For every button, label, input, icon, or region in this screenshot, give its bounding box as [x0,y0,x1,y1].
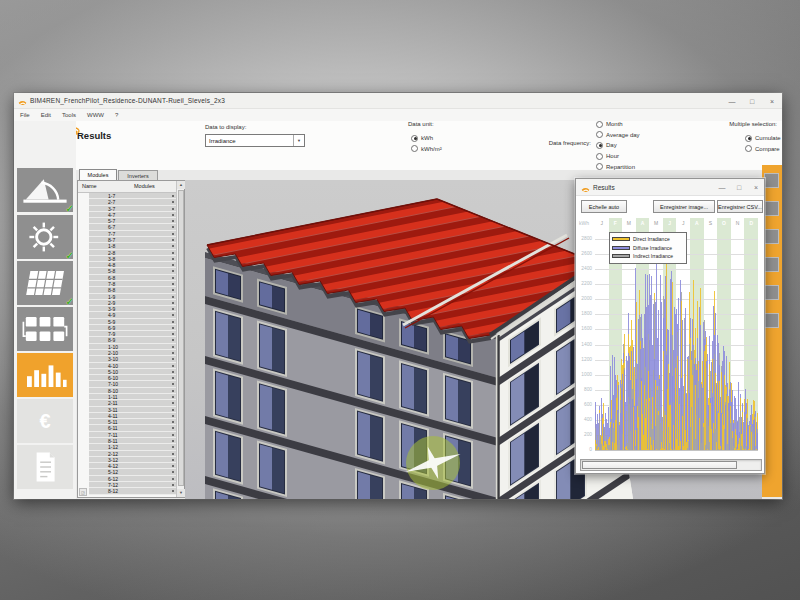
radio-label: Cumulate [755,135,781,141]
row-marker [172,396,174,398]
radio-option-kwh-m[interactable]: kWh/m² [411,144,442,155]
row-marker [172,270,174,272]
vertical-scrollbar[interactable]: ▲ ▼ [176,181,184,497]
radio-icon [745,135,752,142]
maximize-button[interactable]: □ [734,184,744,191]
month-label: J [595,218,609,229]
close-button[interactable]: × [766,98,778,105]
module-name: 5-12 [89,469,177,475]
desktop-background: BIM4REN_FrenchPilot_Residence-DUNANT-Rue… [0,0,800,600]
sidebar-item-results[interactable] [17,353,73,397]
radio-option-day[interactable]: Day [596,140,640,151]
resize-grip[interactable]: ◲ [79,488,87,496]
month-label: A [690,218,704,229]
tab-inverters[interactable]: Inverters [118,170,158,180]
row-marker [172,195,174,197]
radio-option-cumulate[interactable]: Cumulate [745,133,781,144]
radio-label: Hour [606,153,619,159]
row-marker [172,264,174,266]
maximize-button[interactable]: □ [746,98,758,105]
radio-label: Compare [755,146,780,152]
row-marker [172,471,174,473]
scroll-up-icon[interactable]: ▲ [177,181,185,189]
legend-label: Indirect Irradiance [633,253,673,259]
row-marker [172,478,174,480]
report-icon [21,449,69,485]
module-name: 6-9 [89,325,177,331]
sidebar-item-report[interactable] [17,445,73,489]
module-name: 7-11 [89,432,177,438]
app-titlebar[interactable]: BIM4REN_FrenchPilot_Residence-DUNANT-Rue… [14,93,782,109]
month-label: J [663,218,677,229]
legend-label: Direct Irradiance [633,236,670,242]
module-name: 2-12 [89,451,177,457]
row-marker [172,233,174,235]
menu-item-edit[interactable]: Edit [41,112,51,118]
close-button[interactable]: × [751,184,761,191]
row-marker [172,283,174,285]
menu-item-www[interactable]: WWW [87,112,104,118]
window-controls: — □ × [726,93,778,109]
menu-item-file[interactable]: File [20,112,30,118]
scroll-down-icon[interactable]: ▼ [177,489,185,497]
module-name: 1-11 [89,394,177,400]
sidebar-item-pv-module[interactable]: ✓ [17,261,73,305]
save-image-button[interactable]: Enregistrer image... [653,200,715,213]
sidebar-item-shading-analysis[interactable]: ✓ [17,168,73,212]
data-to-display-label: Data to display: [205,124,246,130]
right-toolbar-button[interactable] [764,173,779,188]
radio-label: kWh/m² [421,146,442,152]
app-icon [18,96,27,105]
row-marker [172,409,174,411]
sidebar-item-sun-environment[interactable]: ✓ [17,215,73,259]
save-csv-button[interactable]: Enregistrer CSV... [717,200,763,213]
radio-option-kwh[interactable]: kWh [411,133,442,144]
row-marker [172,214,174,216]
module-name: 3-11 [89,407,177,413]
module-name: 5-7 [89,218,177,224]
right-toolbar-button[interactable] [764,313,779,328]
y-axis-ticks: 0200400600800100012001400160018002000220… [576,179,593,475]
radio-option-repartition[interactable]: Repartition [596,161,640,172]
y-tick: 1200 [581,357,592,363]
minimize-button[interactable]: — [717,184,727,191]
data-to-display-select[interactable]: Irradiance ▼ [205,134,305,147]
module-row[interactable]: 8-12 [89,488,177,494]
radio-option-average-day[interactable]: Average day [596,130,640,141]
row-marker [172,427,174,429]
row-marker [172,434,174,436]
horizontal-scrollbar[interactable] [580,459,762,471]
row-marker [172,352,174,354]
module-name: 3-12 [89,457,177,463]
chart-legend: Direct Irradiance Diffuse Irradiance Ind… [609,232,687,264]
scrollbar-thumb[interactable] [178,190,184,486]
module-name: 1-10 [89,344,177,350]
right-toolbar-button[interactable] [764,229,779,244]
radio-option-hour[interactable]: Hour [596,151,640,162]
results-titlebar[interactable]: Results — □ × [576,179,764,196]
module-name: 3-10 [89,356,177,362]
sidebar-item-economy[interactable]: € [17,399,73,443]
legend-item: Indirect Irradiance [612,252,684,261]
row-marker [172,377,174,379]
menu-item-tools[interactable]: Tools [62,112,76,118]
right-toolbar-button[interactable] [764,201,779,216]
column-name: Name [82,183,97,189]
radio-icon [596,153,603,160]
radio-option-compare[interactable]: Compare [745,144,781,155]
results-window: Results — □ × Echelle auto Enregistrer i… [575,178,765,474]
menu-item-[interactable]: ? [115,112,118,118]
scrollbar-thumb[interactable] [582,461,737,469]
minimize-button[interactable]: — [726,98,738,105]
right-toolbar-button[interactable] [764,257,779,272]
row-marker [172,402,174,404]
module-name: 7-8 [89,281,177,287]
tab-modules[interactable]: Modules [79,169,117,180]
module-name: 5-10 [89,369,177,375]
sidebar-item-system-modules[interactable] [17,307,73,351]
right-toolbar-button[interactable] [764,285,779,300]
module-name: 4-12 [89,463,177,469]
check-icon: ✓ [66,203,74,214]
radio-option-month[interactable]: Month [596,119,640,130]
row-marker [172,440,174,442]
